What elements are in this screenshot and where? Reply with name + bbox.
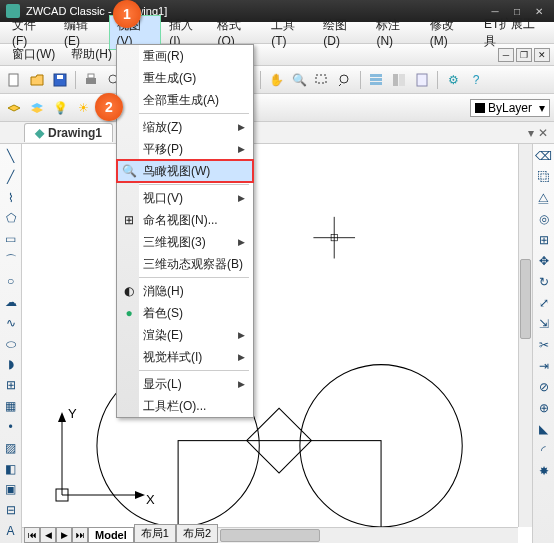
menu-zoom[interactable]: 缩放(Z)▶ [117,116,253,138]
layer-mgr-icon[interactable] [4,98,24,118]
menu-3dorbit[interactable]: 三维动态观察器(B) [117,253,253,275]
break-tool-icon[interactable]: ⊘ [536,379,552,395]
scale-tool-icon[interactable]: ⤢ [536,295,552,311]
point-tool-icon[interactable]: • [3,419,19,435]
mirror-tool-icon[interactable]: ⧋ [536,190,552,206]
menu-window[interactable]: 窗口(W) [4,44,63,65]
menu-toolbar[interactable]: 工具栏(O)... [117,395,253,417]
offset-tool-icon[interactable]: ◎ [536,211,552,227]
document-tab[interactable]: ◆ Drawing1 [24,123,113,142]
new-icon[interactable] [4,70,24,90]
chamfer-tool-icon[interactable]: ◣ [536,421,552,437]
svg-rect-15 [393,74,398,86]
gradient-tool-icon[interactable]: ◧ [3,461,19,477]
freeze-icon[interactable]: ☀ [73,98,93,118]
vertical-scrollbar[interactable] [518,144,532,527]
block-tool-icon[interactable]: ▦ [3,398,19,414]
layer-color-box[interactable]: ByLayer▾ [470,99,550,117]
menu-aerial-view[interactable]: 🔍鸟瞰视图(W) [117,160,253,182]
print-icon[interactable] [81,70,101,90]
menu-shade[interactable]: ●着色(S) [117,302,253,324]
menu-viewport[interactable]: 视口(V)▶ [117,187,253,209]
dropdown-chevron-icon[interactable]: ▾ [528,126,534,140]
rectangle-tool-icon[interactable]: ▭ [3,231,19,247]
table-tool-icon[interactable]: ⊟ [3,502,19,518]
menu-modify[interactable]: 修改(M) [422,15,476,50]
tab-prev-button[interactable]: ◀ [40,527,56,543]
menu-render[interactable]: 渲染(E)▶ [117,324,253,346]
left-toolbar: ╲ ╱ ⌇ ⬠ ▭ ⌒ ○ ☁ ∿ ⬭ ◗ ⊞ ▦ • ▨ ◧ ▣ ⊟ A [0,144,22,543]
menu-ext[interactable]: ET扩展工具 [476,14,550,52]
drawing-canvas[interactable]: Y X ⏮ ◀ ▶ ⏭ Model 布局1 布局2 [22,144,532,543]
tab-close-icon[interactable]: ✕ [538,126,548,140]
menu-dim[interactable]: 标注(N) [368,15,421,50]
zoom-prev-icon[interactable] [335,70,355,90]
menu-draw[interactable]: 绘图(D) [315,15,368,50]
zoom-window-icon[interactable] [312,70,332,90]
circle-tool-icon[interactable]: ○ [3,273,19,289]
tab-last-button[interactable]: ⏭ [72,527,88,543]
trim-tool-icon[interactable]: ✂ [536,337,552,353]
calc-icon[interactable]: ⚙ [443,70,463,90]
tab-first-button[interactable]: ⏮ [24,527,40,543]
copy-tool-icon[interactable]: ⿻ [536,169,552,185]
bulb-icon[interactable]: 💡 [50,98,70,118]
axis-x-label: X [146,492,155,507]
menu-redraw[interactable]: 重画(R) [117,45,253,67]
axis-y-label: Y [68,406,77,421]
drawing-content [22,144,532,559]
menu-regen[interactable]: 重生成(G) [117,67,253,89]
hatch-tool-icon[interactable]: ▨ [3,440,19,456]
arc-tool-icon[interactable]: ⌒ [3,252,19,268]
text-tool-icon[interactable]: A [3,523,19,539]
layer-prev-icon[interactable] [27,98,47,118]
mdi-close-button[interactable]: ✕ [534,48,550,62]
menu-regenall[interactable]: 全部重生成(A) [117,89,253,111]
menu-named-view[interactable]: ⊞命名视图(N)... [117,209,253,231]
move-tool-icon[interactable]: ✥ [536,253,552,269]
rotate-tool-icon[interactable]: ↻ [536,274,552,290]
insert-tool-icon[interactable]: ⊞ [3,377,19,393]
line-tool-icon[interactable]: ╲ [3,148,19,164]
svg-rect-14 [370,82,382,85]
svg-rect-16 [399,74,405,86]
layout-tab-bar: ⏮ ◀ ▶ ⏭ Model 布局1 布局2 [24,525,218,543]
menu-pan[interactable]: 平移(P)▶ [117,138,253,160]
mdi-restore-button[interactable]: ❐ [516,48,532,62]
mdi-minimize-button[interactable]: ─ [498,48,514,62]
spline-tool-icon[interactable]: ∿ [3,315,19,331]
join-tool-icon[interactable]: ⊕ [536,400,552,416]
tool-palette-icon[interactable] [412,70,432,90]
ellipse-tool-icon[interactable]: ⬭ [3,336,19,352]
region-tool-icon[interactable]: ▣ [3,481,19,497]
save-icon[interactable] [50,70,70,90]
stretch-tool-icon[interactable]: ⇲ [536,316,552,332]
menu-tools[interactable]: 工具(T) [263,15,315,50]
help-icon[interactable]: ? [466,70,486,90]
xline-tool-icon[interactable]: ╱ [3,169,19,185]
fillet-tool-icon[interactable]: ◜ [536,442,552,458]
zoom-rt-icon[interactable]: 🔍 [289,70,309,90]
submenu-arrow-icon: ▶ [238,237,245,247]
menu-vstyle[interactable]: 视觉样式(I)▶ [117,346,253,368]
tab-model[interactable]: Model [88,527,134,543]
pan-icon[interactable]: ✋ [266,70,286,90]
menu-3dview[interactable]: 三维视图(3)▶ [117,231,253,253]
tab-next-button[interactable]: ▶ [56,527,72,543]
tab-layout2[interactable]: 布局2 [176,524,218,543]
ellipsearc-tool-icon[interactable]: ◗ [3,356,19,372]
array-tool-icon[interactable]: ⊞ [536,232,552,248]
revcloud-tool-icon[interactable]: ☁ [3,294,19,310]
menu-display[interactable]: 显示(L)▶ [117,373,253,395]
explode-tool-icon[interactable]: ✸ [536,463,552,479]
erase-tool-icon[interactable]: ⌫ [536,148,552,164]
open-icon[interactable] [27,70,47,90]
extend-tool-icon[interactable]: ⇥ [536,358,552,374]
polyline-tool-icon[interactable]: ⌇ [3,190,19,206]
menu-hide[interactable]: ◐消隐(H) [117,280,253,302]
polygon-tool-icon[interactable]: ⬠ [3,210,19,226]
design-center-icon[interactable] [389,70,409,90]
properties-icon[interactable] [366,70,386,90]
tab-layout1[interactable]: 布局1 [134,524,176,543]
menu-help[interactable]: 帮助(H) [63,44,120,65]
